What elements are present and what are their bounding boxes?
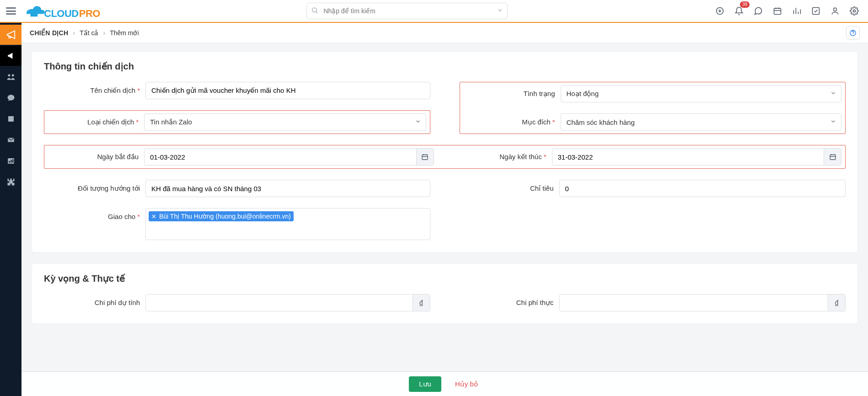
svg-rect-13 <box>813 8 820 15</box>
chevron-down-icon[interactable] <box>497 7 503 15</box>
status-select[interactable]: Hoạt động <box>561 85 842 102</box>
app-logo[interactable]: CLOUDPRO <box>21 3 100 19</box>
campaign-name-input[interactable] <box>145 82 430 99</box>
label-campaign-name: Tên chiến dịch* <box>44 82 140 95</box>
svg-point-15 <box>853 10 856 12</box>
topbar: CLOUDPRO 39 <box>0 0 868 23</box>
panel-expectation: Kỳ vọng & Thực tế Chi phí dự tính đ Chi … <box>32 263 858 324</box>
user-icon[interactable] <box>830 5 841 16</box>
svg-line-1 <box>316 12 318 13</box>
start-date-input[interactable] <box>144 148 434 166</box>
assign-to-input[interactable]: ✕ Bùi Thị Thu Hường (huong.bui@onlinecrm… <box>145 208 430 240</box>
svg-point-14 <box>834 8 837 11</box>
svg-rect-5 <box>774 8 781 14</box>
label-status: Tình trạng <box>464 85 555 98</box>
currency-unit: đ <box>413 294 430 311</box>
task-check-icon[interactable] <box>810 5 821 16</box>
svg-rect-28 <box>830 155 836 160</box>
bell-icon[interactable]: 39 <box>734 5 745 16</box>
chevron-down-icon <box>830 90 836 98</box>
search-icon <box>311 7 318 16</box>
remove-tag-icon[interactable]: ✕ <box>151 213 156 220</box>
search-input[interactable] <box>306 3 508 19</box>
label-assign: Giao cho* <box>44 208 140 220</box>
cancel-button[interactable]: Hủy bỏ <box>452 380 481 389</box>
chat-icon[interactable] <box>753 5 764 16</box>
top-action-bar: 39 <box>714 5 860 16</box>
end-date-input[interactable] <box>552 148 842 166</box>
label-target: Đối tượng hướng tới <box>44 180 140 193</box>
svg-rect-20 <box>11 160 11 163</box>
label-est-cost: Chi phí dự tính <box>44 294 140 307</box>
sidebar-item-contacts[interactable] <box>0 67 21 87</box>
gear-icon[interactable] <box>849 5 860 16</box>
label-act-cost: Chi phí thực <box>460 294 554 307</box>
footer-action-bar: Lưu Hủy bỏ <box>21 371 868 396</box>
svg-rect-24 <box>422 155 428 160</box>
add-icon[interactable] <box>714 5 725 16</box>
sidebar-item-campaign[interactable] <box>0 25 21 45</box>
breadcrumb-current: Thêm mới <box>110 29 139 37</box>
assignee-tag[interactable]: ✕ Bùi Thị Thu Hường (huong.bui@onlinecrm… <box>149 211 294 221</box>
svg-point-17 <box>11 74 14 76</box>
chevron-right-icon: › <box>73 29 75 37</box>
chevron-down-icon <box>415 118 421 126</box>
act-cost-input[interactable]: đ <box>559 294 846 311</box>
notification-badge: 39 <box>740 1 750 8</box>
purpose-select[interactable]: Chăm sóc khách hàng <box>561 113 842 131</box>
svg-point-0 <box>312 8 316 12</box>
sidebar <box>0 23 21 396</box>
label-end-date: Ngày kết thúc* <box>456 148 547 161</box>
chevron-right-icon: › <box>103 29 105 37</box>
section-title: Kỳ vọng & Thực tế <box>44 273 846 284</box>
currency-unit: đ <box>828 294 845 311</box>
sidebar-item-announce[interactable] <box>0 46 21 66</box>
sidebar-item-report[interactable] <box>0 151 21 171</box>
sidebar-item-mail[interactable] <box>0 130 21 150</box>
breadcrumb: CHIẾN DỊCH › Tất cả › Thêm mới <box>21 23 868 43</box>
save-button[interactable]: Lưu <box>409 376 441 392</box>
target-input[interactable] <box>145 180 430 197</box>
global-search <box>306 3 508 19</box>
svg-rect-19 <box>9 161 10 163</box>
chart-icon[interactable] <box>791 5 802 16</box>
sidebar-item-docs[interactable] <box>0 109 21 129</box>
calendar-icon[interactable] <box>416 149 434 165</box>
calendar-icon[interactable] <box>824 149 841 165</box>
calendar-icon[interactable] <box>772 5 783 16</box>
label-campaign-type: Loại chiến dịch* <box>48 113 139 126</box>
sidebar-item-puzzle[interactable] <box>0 172 21 192</box>
help-icon[interactable] <box>846 26 860 40</box>
label-metric: Chỉ tiêu <box>460 180 554 193</box>
metric-input[interactable] <box>559 180 846 197</box>
panel-campaign-info: Thông tin chiến dịch Tên chiến dịch* <box>32 51 858 252</box>
section-title: Thông tin chiến dịch <box>44 61 846 72</box>
menu-toggle-button[interactable] <box>0 0 21 22</box>
label-purpose: Mục đích* <box>464 113 555 126</box>
svg-rect-21 <box>12 159 13 163</box>
sidebar-item-chat[interactable] <box>0 88 21 108</box>
label-start-date: Ngày bắt đầu <box>48 148 139 161</box>
est-cost-input[interactable]: đ <box>145 294 430 311</box>
svg-point-16 <box>8 74 10 76</box>
breadcrumb-all[interactable]: Tất cả <box>80 29 98 37</box>
breadcrumb-module[interactable]: CHIẾN DỊCH <box>30 29 68 37</box>
chevron-down-icon <box>830 118 836 126</box>
campaign-type-select[interactable]: Tin nhắn Zalo <box>144 113 426 131</box>
